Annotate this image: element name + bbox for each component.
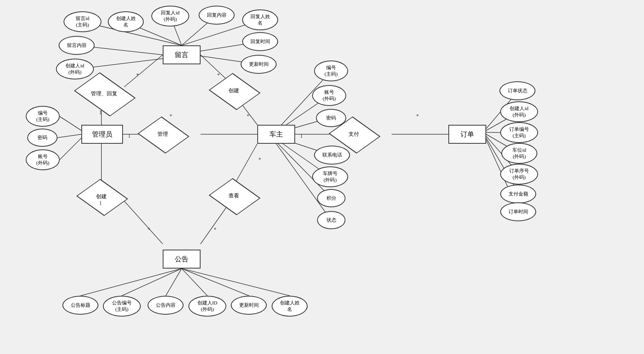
ellipse-dd-zhifu: 支付金额 [500,185,536,203]
ellipse-cz-jifen: 积分 [317,189,345,207]
ellipse-cz-lianxi: 联系电话 [314,146,350,165]
label-star3: * [170,113,172,120]
svg-line-17 [60,138,81,160]
label-star6: * [148,227,150,233]
diamond-guanli: 管理 [144,123,182,146]
svg-line-38 [81,269,182,296]
ellipse-dd-cjrid: 创建人id (外码) [500,101,538,122]
er-diagram: 留言 管理员 车主 公告 订单 管理、回复 创建 管理 创建 查看 支付 留言i… [0,0,644,354]
svg-line-19 [120,197,163,244]
ellipse-ly-bianhao: 留言id (主码) [64,11,101,32]
ellipse-gly-mima: 密码 [27,129,58,147]
label-1b: 1 [128,133,131,139]
ellipse-gg-gxsj: 更新时间 [231,296,267,315]
ellipse-dd-cwid: 车位id (外码) [501,143,537,164]
ellipse-cz-mima: 密码 [316,109,346,127]
ellipse-gly-bianhao: 编号 (主码) [26,106,60,127]
diamond-chuangjian-chezhu: 创建 [215,79,253,102]
ellipse-cz-zhanghao: 账号 (外码) [312,85,346,106]
ellipse-cz-bianhao: 编号 (主码) [314,61,348,81]
ellipse-ly-hfsj: 回复时间 [242,32,278,51]
svg-line-40 [166,269,182,296]
ellipse-ly-neirong: 留言内容 [59,36,95,55]
ellipse-dd-xuhao: 订单序号 (外码) [500,164,538,185]
ellipse-cz-chepai: 车牌号 (外码) [312,166,348,187]
ellipse-dd-shijian: 订单时间 [500,202,536,221]
ellipse-gly-zhanghao: 账号 (外码) [26,149,60,170]
entity-gonggao: 公告 [163,250,201,269]
entity-liuyan: 留言 [163,45,201,64]
label-1a: 1 [99,110,102,116]
svg-line-16 [58,134,81,138]
ellipse-gg-bianhao: 公告编号 (主码) [103,296,141,317]
diamond-zhifu: 支付 [335,123,373,146]
svg-line-20 [234,144,257,185]
svg-line-41 [182,269,207,296]
label-star7: * [214,227,216,233]
svg-line-9 [124,55,163,87]
label-star4: * [247,113,249,120]
ellipse-ly-hfrxm: 回复人姓 名 [242,9,278,30]
label-1c: 1 [300,133,303,139]
ellipse-cz-zhuangtai: 状态 [317,211,345,229]
diamond-chakan: 查看 [215,185,253,207]
entity-guanliyuan: 管理员 [81,125,123,144]
ellipse-ly-cjrid: 创建人id (外码) [56,59,94,79]
label-star5: * [416,113,419,120]
ellipse-gg-neirong: 公告内容 [148,296,184,315]
label-star1: * [136,73,139,79]
ellipse-ly-hfrid: 回复人id (外码) [151,6,189,26]
ellipse-gg-biaoti: 公告标题 [62,296,98,315]
ellipse-ly-gxsj: 更新时间 [241,55,277,74]
ellipse-dd-bianhao: 订单编号 (主码) [500,122,538,143]
label-star2: * [217,73,220,79]
entity-dingdan: 订单 [448,125,486,144]
diamond-guanli-huifu: 管理、回复 [79,81,129,106]
svg-line-15 [60,116,81,130]
svg-line-43 [182,269,290,296]
ellipse-dd-zhuangtai: 订单状态 [499,81,535,100]
ellipse-gg-cjrxm: 创建人姓 名 [272,296,308,317]
label-1d: 1 [99,200,102,206]
svg-line-39 [122,269,182,296]
svg-line-42 [182,269,249,296]
label-star8: * [258,157,261,163]
ellipse-ly-hfnr: 回复内容 [199,6,235,25]
entity-chezhu: 车主 [257,125,295,144]
ellipse-ly-cjrxm: 创建人姓 名 [108,11,144,32]
ellipse-gg-cjrid: 创建人ID (外码) [188,296,226,317]
